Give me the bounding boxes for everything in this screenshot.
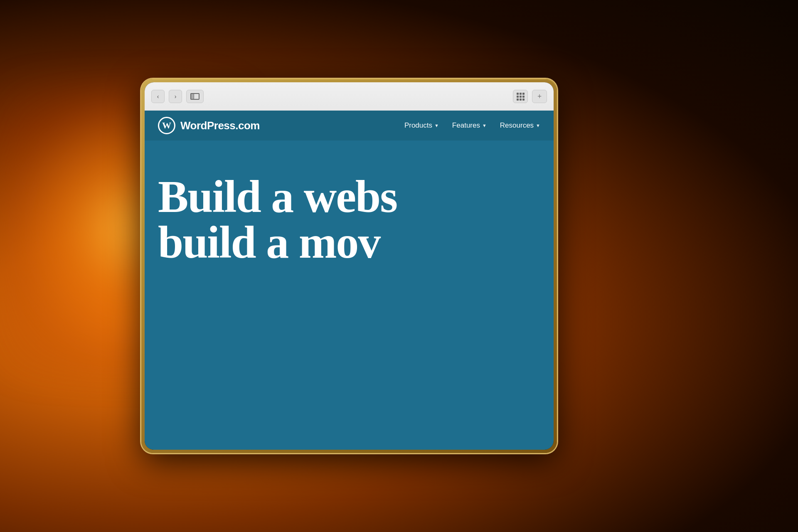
grid-dot (517, 93, 519, 95)
grid-dot (522, 93, 525, 95)
forward-button[interactable]: › (169, 90, 182, 103)
back-button[interactable]: ‹ (151, 90, 165, 103)
browser-chrome: ‹ › (145, 82, 554, 111)
grid-dot (517, 99, 519, 101)
hero-line-2: build a mov (158, 219, 540, 265)
device-frame: ‹ › (141, 79, 557, 453)
nav-features[interactable]: Features ▼ (452, 121, 487, 130)
nav-resources[interactable]: Resources ▼ (500, 121, 540, 130)
chevron-down-icon: ▼ (434, 123, 439, 128)
nav-bar: W WordPress.com Products ▼ Features ▼ Re… (145, 111, 554, 140)
grid-dot (520, 96, 522, 98)
hero-title: Build a webs build a mov (158, 174, 540, 265)
hero-section: Build a webs build a mov (145, 140, 554, 265)
sidebar-icon (190, 93, 200, 100)
new-tab-button[interactable]: + (532, 90, 547, 103)
grid-dot (522, 99, 525, 101)
grid-dot (520, 99, 522, 101)
chevron-down-icon: ▼ (536, 123, 540, 128)
grid-dot (522, 96, 525, 98)
wp-logo-icon: W (158, 117, 175, 134)
grid-dot (520, 93, 522, 95)
wordpress-logo[interactable]: W WordPress.com (158, 117, 260, 134)
screen-bezel: ‹ › (145, 82, 554, 450)
website-content: W WordPress.com Products ▼ Features ▼ Re… (145, 111, 554, 450)
nav-products[interactable]: Products ▼ (404, 121, 439, 130)
sidebar-icon-left (191, 94, 194, 99)
grid-dots-icon (517, 93, 525, 101)
sidebar-button[interactable] (186, 90, 204, 103)
wp-logo-text: WordPress.com (180, 119, 260, 132)
grid-view-button[interactable] (513, 90, 528, 103)
hero-line-1: Build a webs (158, 174, 540, 219)
grid-dot (517, 96, 519, 98)
chevron-down-icon: ▼ (482, 123, 487, 128)
